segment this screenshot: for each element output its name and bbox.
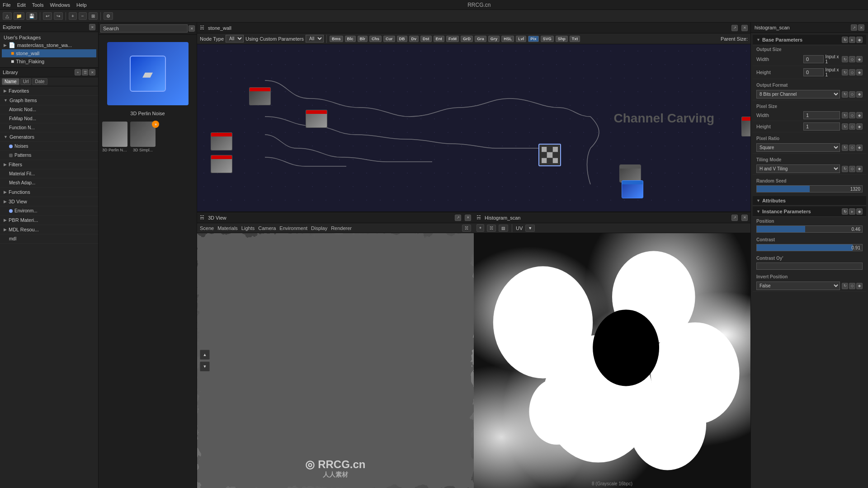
node-selected[interactable] [538,144,561,166]
filter-blc[interactable]: Blc [345,36,356,42]
node-type-select[interactable]: All [226,35,244,42]
menu-display[interactable]: Display [311,225,327,231]
explorer-close-btn[interactable]: ✕ [89,24,95,30]
toolbar-zoom-in[interactable]: + [69,12,77,20]
fmt-pin-btn[interactable]: ◇ [849,91,855,98]
ip-reset-btn[interactable]: ↻ [842,283,848,289]
ph-pin-btn[interactable]: ◇ [849,123,855,130]
inst-more-btn[interactable]: ◆ [856,208,863,215]
width-more-btn[interactable]: ◆ [856,56,863,62]
uv-btn[interactable]: ▼ [525,225,535,232]
fmt-reset-btn[interactable]: ↻ [842,91,848,98]
view-3d-toolbar-btn[interactable]: ☵ [462,225,471,232]
filter-grd[interactable]: GrD [461,36,473,42]
tree-item-masterclass[interactable]: ▶ 📄 masterclass_stone_wa... [2,41,96,49]
view-nav-2[interactable]: ▼ [200,361,210,371]
random-seed-slider[interactable]: 1320 [756,185,863,192]
filter-cur[interactable]: Cur [383,36,395,42]
filter-db[interactable]: DB [397,36,407,42]
cat-noises[interactable]: Noises [0,142,98,151]
cat-3d-view[interactable]: ▶ 3D View [0,197,98,206]
toolbar-new[interactable]: △ [3,12,12,20]
menu-help[interactable]: Help [76,2,87,8]
search-close-btn[interactable]: ✕ [189,25,195,32]
cat-material-fil[interactable]: Material Fil... [0,169,98,178]
base-params-reset-btn[interactable]: ↻ [842,37,848,43]
output-format-select[interactable]: 8 Bits per Channel [756,90,840,99]
pr-reset-btn[interactable]: ↻ [842,145,848,151]
cat-filters[interactable]: ▶ Filters [0,160,98,169]
filter-ent[interactable]: Ent [434,36,445,42]
pr-more-btn[interactable]: ◆ [856,145,863,151]
toolbar-redo[interactable]: ↪ [54,12,63,20]
toolbar-fit[interactable]: ⊞ [89,12,98,20]
tiling-mode-select[interactable]: H and V Tiling [756,164,840,173]
toolbar-undo[interactable]: ↩ [43,12,52,20]
pw-more-btn[interactable]: ◆ [856,112,863,118]
filter-bms[interactable]: Bms [330,36,343,42]
inst-reset-btn[interactable]: ↻ [842,208,848,215]
menu-scene[interactable]: Scene [200,225,214,231]
toolbar-open[interactable]: 📁 [14,12,24,20]
pixel-width-input[interactable] [803,111,840,119]
custom-params-select[interactable]: All [306,35,324,42]
menu-environment[interactable]: Environment [279,225,307,231]
lib-tab-url[interactable]: Url [20,78,32,85]
library-close-btn[interactable]: ✕ [89,69,95,75]
filter-svg[interactable]: SVG [541,36,554,42]
node-bottom-2[interactable] [622,180,644,200]
filter-shp[interactable]: Shp [556,36,568,42]
search-result-1[interactable]: 3D Perlin Noi... [102,122,127,152]
filter-blr[interactable]: Blr [358,36,368,42]
output-width-input[interactable] [803,55,824,63]
node-10[interactable] [306,110,327,128]
height-more-btn[interactable]: ◆ [856,69,863,75]
cat-graph-items[interactable]: ▼ Graph Items [0,96,98,105]
menu-edit[interactable]: Edit [17,2,26,8]
filter-fxm[interactable]: FxM [446,36,459,42]
cat-mdl[interactable]: mdl [0,235,98,244]
ph-reset-btn[interactable]: ↻ [842,123,848,130]
node-23[interactable] [211,155,232,173]
lib-tab-date[interactable]: Date [32,78,47,85]
node-editor-float-btn[interactable]: ↗ [731,25,738,31]
cat-function-n[interactable]: Function N... [0,123,98,132]
filter-dst[interactable]: Dst [420,36,432,42]
pw-pin-btn[interactable]: ◇ [849,112,855,118]
pr-pin-btn[interactable]: ◇ [849,145,855,151]
menu-materials[interactable]: Materials [217,225,238,231]
pixel-ratio-select[interactable]: Square [756,143,840,152]
pw-reset-btn[interactable]: ↻ [842,112,848,118]
node-canvas[interactable]: Channel Carving [197,44,750,211]
width-pin-btn[interactable]: ◇ [849,56,855,62]
search-input[interactable] [100,24,188,33]
ip-more-btn[interactable]: ◆ [856,283,863,289]
histogram-canvas[interactable]: 8 (Grayscale 16bpc) [474,233,750,488]
cat-atomic-nod[interactable]: Atomic Nod... [0,105,98,114]
filter-txt[interactable]: Txt [570,36,580,42]
node-5[interactable] [249,87,271,105]
filter-dv[interactable]: Dv [409,36,419,42]
cat-functions[interactable]: ▶ Functions [0,188,98,197]
cat-favorites[interactable]: ▶ Favorites [0,86,98,96]
filter-gra[interactable]: Gra [475,36,486,42]
tm-more-btn[interactable]: ◆ [856,166,863,172]
pixel-height-input[interactable] [803,122,840,131]
filter-gry[interactable]: Gry [488,36,500,42]
view-nav-1[interactable]: ▲ [200,350,210,360]
menu-file[interactable]: File [3,2,11,8]
toolbar-save[interactable]: 💾 [26,12,37,20]
toolbar-settings[interactable]: ⚙ [104,12,113,20]
node-r5[interactable] [741,117,750,136]
filter-hsl[interactable]: HSL [501,36,514,42]
view-3d-canvas[interactable]: ◎ RRCG.cn 人人素材 ▲ ▼ [197,233,474,488]
inst-pin-btn[interactable]: ▹ [849,208,855,215]
node-editor-close-btn[interactable]: ✕ [741,25,748,31]
attributes-section[interactable]: ▼ Attributes [753,196,866,206]
toolbar-zoom-out[interactable]: − [79,12,87,20]
cat-fxmap-nod[interactable]: FxMap Nod... [0,114,98,123]
output-height-input[interactable] [803,68,824,76]
width-reset-btn[interactable]: ↻ [842,56,848,62]
contrast-slider[interactable]: 0.91 [756,244,863,251]
node-editor[interactable]: ☵ stone_wall ↗ ✕ Node Type All Using Cus… [197,23,750,212]
